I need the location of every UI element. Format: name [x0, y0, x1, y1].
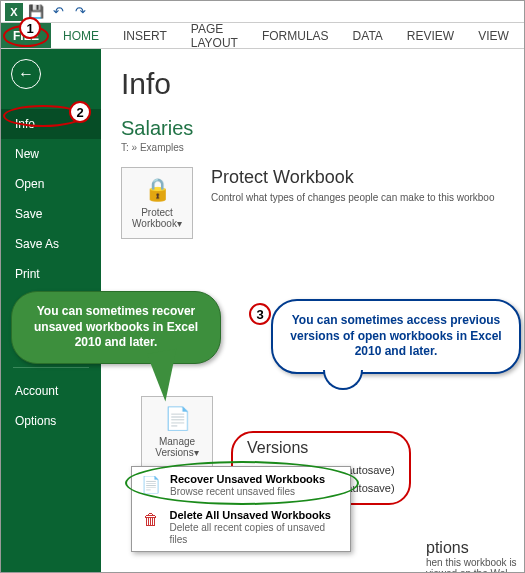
- excel-icon: X: [5, 3, 23, 21]
- section-sub-clip: hen this workbook is viewed on the Wel: [426, 557, 524, 572]
- tab-review[interactable]: REVIEW: [395, 23, 466, 48]
- manage-versions-menu: 📄 Recover Unsaved Workbooks Browse recen…: [131, 466, 351, 552]
- menu-item-sub: Browse recent unsaved files: [170, 486, 295, 497]
- sidebar-item-options[interactable]: Options: [1, 406, 101, 436]
- versions-icon: 📄: [164, 406, 191, 432]
- menu-item-recover-unsaved[interactable]: 📄 Recover Unsaved Workbooks Browse recen…: [132, 467, 350, 503]
- lock-icon: 🔒: [144, 177, 171, 203]
- manage-versions-button[interactable]: 📄 Manage Versions▾: [141, 396, 213, 468]
- tab-formulas[interactable]: FORMULAS: [250, 23, 341, 48]
- menu-item-title: Delete All Unsaved Workbooks: [170, 509, 342, 521]
- tab-view[interactable]: VIEW: [466, 23, 521, 48]
- tab-home[interactable]: HOME: [51, 23, 111, 48]
- redo-icon[interactable]: ↷: [71, 3, 89, 21]
- protect-section-sub: Control what types of changes people can…: [211, 192, 495, 203]
- delete-icon: 🗑: [140, 509, 162, 531]
- document-path: T: » Examples: [121, 142, 504, 153]
- sidebar-item-print[interactable]: Print: [1, 259, 101, 289]
- annotation-number-1: 1: [19, 17, 41, 39]
- recover-icon: 📄: [140, 473, 162, 495]
- back-button[interactable]: ←: [11, 59, 41, 89]
- sidebar-item-open[interactable]: Open: [1, 169, 101, 199]
- tab-developer[interactable]: DEVEL: [521, 23, 525, 48]
- annotation-number-3: 3: [249, 303, 271, 325]
- protect-tile-label: Protect Workbook▾: [122, 207, 192, 229]
- tab-data[interactable]: DATA: [341, 23, 395, 48]
- tab-insert[interactable]: INSERT: [111, 23, 179, 48]
- sidebar-separator: [13, 367, 89, 368]
- section-title-clip: ptions: [426, 539, 524, 557]
- protect-workbook-button[interactable]: 🔒 Protect Workbook▾: [121, 167, 193, 239]
- quick-access-toolbar: X 💾 ↶ ↷: [1, 1, 524, 23]
- callout-text: You can sometimes access previous versio…: [290, 313, 501, 358]
- sidebar-item-saveas[interactable]: Save As: [1, 229, 101, 259]
- manage-versions-label: Manage Versions▾: [142, 436, 212, 458]
- protect-section-title: Protect Workbook: [211, 167, 495, 188]
- sidebar-item-save[interactable]: Save: [1, 199, 101, 229]
- browser-view-section-clip: ptions hen this workbook is viewed on th…: [426, 539, 524, 572]
- sidebar-item-account[interactable]: Account: [1, 376, 101, 406]
- undo-icon[interactable]: ↶: [49, 3, 67, 21]
- document-title: Salaries: [121, 117, 504, 140]
- annotation-callout-versions: You can sometimes access previous versio…: [271, 299, 521, 374]
- page-title: Info: [121, 67, 504, 101]
- sidebar-item-new[interactable]: New: [1, 139, 101, 169]
- tab-page-layout[interactable]: PAGE LAYOUT: [179, 23, 250, 48]
- ribbon-tabs: FILE HOME INSERT PAGE LAYOUT FORMULAS DA…: [1, 23, 524, 49]
- annotation-number-2: 2: [69, 101, 91, 123]
- menu-item-sub: Delete all recent copies of unsaved file…: [170, 522, 326, 545]
- annotation-callout-recover: You can sometimes recover unsaved workbo…: [11, 291, 221, 364]
- arrow-left-icon: ←: [18, 65, 34, 83]
- versions-title: Versions: [247, 439, 395, 457]
- menu-item-title: Recover Unsaved Workbooks: [170, 473, 325, 485]
- menu-item-delete-unsaved[interactable]: 🗑 Delete All Unsaved Workbooks Delete al…: [132, 503, 350, 551]
